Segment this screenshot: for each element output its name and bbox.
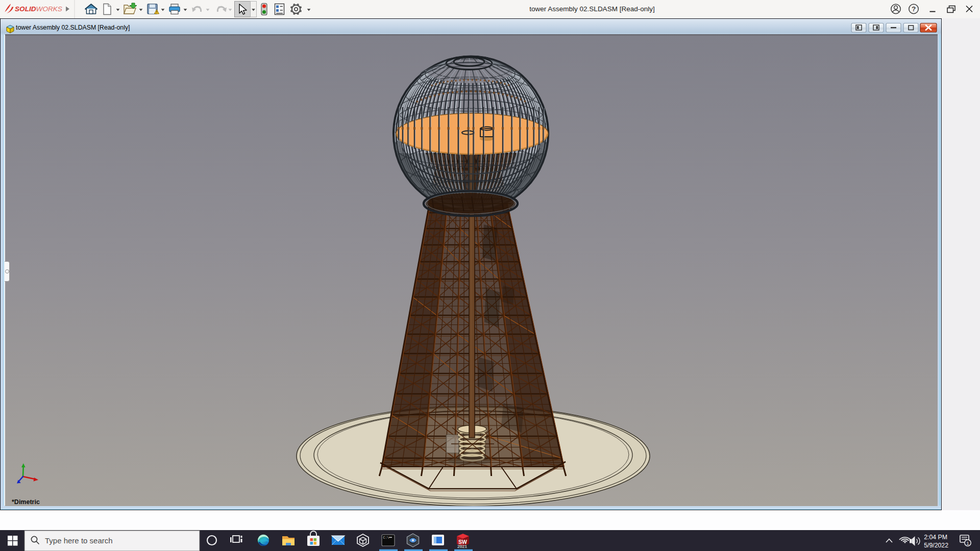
svg-text:5/9/2022: 5/9/2022 <box>924 542 948 549</box>
svg-text:Type here to search: Type here to search <box>45 536 113 545</box>
svg-text:SOLIDWORKS: SOLIDWORKS <box>15 5 62 13</box>
svg-text:2021: 2021 <box>457 544 467 549</box>
svg-text:?: ? <box>912 5 916 13</box>
svg-text:C:\: C:\ <box>383 536 389 540</box>
svg-text:2:04 PM: 2:04 PM <box>924 534 947 541</box>
svg-text:1: 1 <box>966 541 969 546</box>
svg-text:tower Assembly 02.SLDASM [Read: tower Assembly 02.SLDASM [Read-only] <box>16 24 130 31</box>
